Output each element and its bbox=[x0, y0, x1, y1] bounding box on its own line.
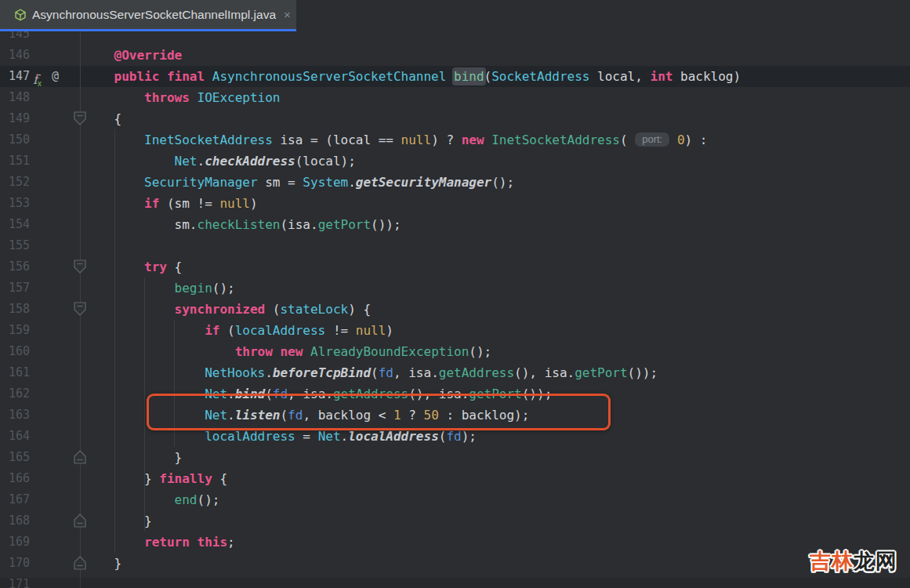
annotation-gutter-icon[interactable]: @ bbox=[52, 68, 59, 84]
line-number[interactable]: 161 bbox=[5, 362, 30, 383]
token-kw: public final bbox=[114, 69, 212, 84]
code-text: SecurityManager sm = System.getSecurityM… bbox=[84, 172, 514, 193]
line-number[interactable]: 146 bbox=[5, 45, 30, 66]
code-line-155[interactable]: 155 bbox=[0, 235, 910, 256]
token-txt: backlog) bbox=[673, 69, 741, 84]
fold-end-marker[interactable] bbox=[74, 450, 86, 467]
line-number[interactable]: 170 bbox=[5, 553, 30, 574]
code-line-152[interactable]: 152 SecurityManager sm = System.getSecur… bbox=[0, 172, 910, 193]
token-txt: . bbox=[265, 365, 273, 380]
line-number[interactable]: 159 bbox=[5, 320, 30, 341]
token-txt: ) { bbox=[348, 302, 371, 317]
line-number[interactable]: 168 bbox=[5, 510, 30, 532]
code-line-170[interactable]: 170 } bbox=[0, 553, 910, 574]
token-txt bbox=[84, 344, 235, 359]
token-txt: ()); bbox=[371, 217, 401, 232]
code-line-160[interactable]: 160 throw new AlreadyBoundException(); bbox=[0, 341, 910, 362]
token-txt bbox=[84, 132, 144, 147]
fold-end-marker[interactable] bbox=[74, 556, 86, 573]
line-number[interactable]: 155 bbox=[5, 235, 30, 256]
code-line-166[interactable]: 166 } finally { bbox=[0, 468, 910, 489]
code-editor[interactable]: 145146 @Override147 public final Asynchr… bbox=[0, 31, 910, 588]
code-text: begin(); bbox=[84, 278, 235, 299]
token-txt bbox=[84, 154, 175, 169]
token-txt bbox=[303, 344, 310, 359]
code-text: { bbox=[84, 108, 121, 129]
token-txt: } bbox=[84, 556, 121, 571]
line-number[interactable]: 158 bbox=[5, 299, 30, 320]
token-scall: getSecurityManager bbox=[356, 175, 491, 190]
token-txt: } bbox=[84, 514, 152, 528]
code-text: } finally { bbox=[84, 468, 227, 489]
line-number[interactable]: 154 bbox=[5, 214, 30, 235]
token-txt bbox=[669, 132, 677, 147]
code-line-167[interactable]: 167 end(); bbox=[0, 489, 910, 510]
fold-start-marker[interactable] bbox=[74, 260, 86, 277]
code-text: try { bbox=[84, 256, 182, 278]
tab-asynchronousserversocketchannelimpl-java[interactable]: AsynchronousServerSocketChannelImpl.java… bbox=[0, 0, 296, 31]
code-line-158[interactable]: 158 synchronized (stateLock) { bbox=[0, 299, 910, 320]
fold-end-marker[interactable] bbox=[74, 514, 86, 531]
code-line-153[interactable]: 153 if (sm != null) bbox=[0, 193, 910, 214]
tab-title: AsynchronousServerSocketChannelImpl.java bbox=[32, 8, 276, 22]
line-number[interactable]: 164 bbox=[5, 426, 30, 447]
code-line-165[interactable]: 165 } bbox=[0, 447, 910, 468]
line-number[interactable]: 167 bbox=[5, 489, 30, 510]
line-number[interactable]: 165 bbox=[5, 447, 30, 468]
fold-start-marker[interactable] bbox=[74, 111, 86, 129]
line-number[interactable]: 156 bbox=[5, 256, 30, 278]
code-line-159[interactable]: 159 if (localAddress != null) bbox=[0, 320, 910, 341]
line-number[interactable]: 145 bbox=[5, 31, 30, 45]
code-line-157[interactable]: 157 begin(); bbox=[0, 278, 910, 299]
editor-tab-bar: AsynchronousServerSocketChannelImpl.java… bbox=[0, 0, 910, 31]
watermark: 吉林龙网 bbox=[810, 547, 897, 575]
code-line-161[interactable]: 161 NetHooks.beforeTcpBind(fd, isa.getAd… bbox=[0, 362, 910, 383]
token-txt: = bbox=[295, 429, 318, 444]
line-number[interactable]: 163 bbox=[5, 405, 30, 426]
token-cls: localAddress bbox=[235, 323, 326, 338]
line-number[interactable]: 148 bbox=[5, 87, 30, 108]
code-text: Net.checkAddress(local); bbox=[84, 151, 356, 172]
code-line-146[interactable]: 146 @Override bbox=[0, 45, 910, 66]
watermark-text-2: 龙网 bbox=[854, 550, 897, 573]
line-number[interactable]: 160 bbox=[5, 341, 30, 362]
line-number[interactable]: 149 bbox=[5, 108, 30, 129]
token-cls: SocketAddress bbox=[491, 69, 589, 84]
code-line-149[interactable]: 149 { bbox=[0, 108, 910, 129]
token-txt bbox=[84, 365, 205, 380]
line-number[interactable]: 152 bbox=[5, 172, 30, 193]
line-number[interactable]: 153 bbox=[5, 193, 30, 214]
token-txt: { bbox=[84, 111, 121, 126]
token-txt: != bbox=[325, 323, 356, 338]
code-text: public final AsynchronousServerSocketCha… bbox=[84, 66, 741, 87]
code-line-145[interactable]: 145 bbox=[0, 31, 910, 45]
line-number[interactable]: 157 bbox=[5, 278, 30, 299]
watermark-text-1: 吉林 bbox=[810, 550, 854, 573]
token-kw: return bbox=[144, 535, 190, 550]
tab-close-icon[interactable]: × bbox=[284, 9, 291, 20]
token-annot: @Override bbox=[114, 48, 183, 63]
token-txt bbox=[84, 302, 175, 317]
line-number[interactable]: 169 bbox=[5, 532, 30, 553]
token-txt: . bbox=[198, 154, 205, 169]
code-line-151[interactable]: 151 Net.checkAddress(local); bbox=[0, 151, 910, 172]
line-number[interactable]: 166 bbox=[5, 468, 30, 489]
code-line-156[interactable]: 156 try { bbox=[0, 256, 910, 278]
code-line-169[interactable]: 169 return this; bbox=[0, 532, 910, 553]
line-number[interactable]: 162 bbox=[5, 383, 30, 405]
fold-start-marker[interactable] bbox=[74, 302, 86, 319]
code-line-147[interactable]: 147 public final AsynchronousServerSocke… bbox=[0, 66, 910, 87]
token-cls: stateLock bbox=[280, 302, 348, 317]
line-number[interactable]: 150 bbox=[5, 129, 30, 151]
code-line-150[interactable]: 150 InetSocketAddress isa = (local == nu… bbox=[0, 129, 910, 151]
code-line-154[interactable]: 154 sm.checkListen(isa.getPort()); bbox=[0, 214, 910, 235]
code-line-148[interactable]: 148 throws IOException bbox=[0, 87, 910, 108]
line-number[interactable]: 151 bbox=[5, 151, 30, 172]
line-number[interactable]: 147 bbox=[5, 66, 30, 87]
token-txt: ( bbox=[484, 69, 492, 84]
token-txt bbox=[84, 196, 144, 211]
token-num: null bbox=[219, 196, 250, 211]
overriding-method-icon[interactable]: fx↑ bbox=[33, 68, 39, 92]
code-line-168[interactable]: 168 } bbox=[0, 510, 910, 532]
token-kw: finally bbox=[159, 471, 212, 486]
